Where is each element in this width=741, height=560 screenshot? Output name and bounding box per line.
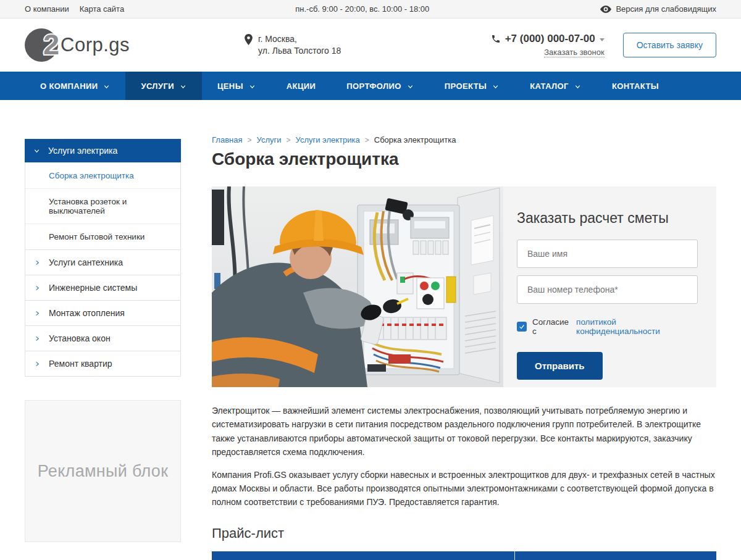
form-title: Заказать расчет сметы <box>517 210 698 227</box>
nav-item-label: ЦЕНЫ <box>217 81 243 91</box>
accessibility-label: Версия для слабовидящих <box>616 4 716 14</box>
consent-text: Согласие с <box>532 317 574 336</box>
sidebar-category[interactable]: Услуги сантехника <box>25 249 181 275</box>
page-title: Сборка электрощитка <box>212 149 716 169</box>
chevron-right-icon <box>34 259 41 266</box>
consent-row: Согласие с политикой конфиденциальности <box>517 317 698 336</box>
leave-request-button[interactable]: Оставить заявку <box>623 33 716 57</box>
chevron-right-icon <box>34 285 41 291</box>
header-address: г. Москва, ул. Льва Толстого 18 <box>245 33 341 57</box>
breadcrumb-link[interactable]: Услуги <box>257 135 282 144</box>
main-nav: О КОМПАНИИ УСЛУГИ ЦЕНЫ АКЦИИ ПОРТФОЛИО <box>0 72 741 100</box>
chevron-down-icon <box>249 83 256 90</box>
phone-number[interactable]: +7 (000) 000-07-00 <box>491 33 605 45</box>
site-logo[interactable]: 2 Corp.gs <box>25 28 130 62</box>
main-content: Главная > Услуги > Услуги электрика > Сб… <box>212 135 716 560</box>
price-table-header-cost: СТОИМОСТЬ, РУБ. <box>514 551 716 560</box>
privacy-policy-link[interactable]: политикой конфиденциальности <box>576 317 698 336</box>
sidebar-category-label: Услуги сантехника <box>49 257 123 267</box>
chevron-down-icon <box>574 83 581 90</box>
sidebar-category[interactable]: Ремонт квартир <box>25 351 181 377</box>
logo-digit: 2 <box>43 26 59 63</box>
chevron-down-icon <box>407 83 414 90</box>
sidebar-item-uslugi-elektrika[interactable]: Услуги электрика <box>25 139 181 162</box>
article-paragraph: Компания Profi.GS оказывает услугу сборк… <box>212 468 716 509</box>
logo-text: Corp.gs <box>61 34 130 56</box>
nav-item-label: О КОМПАНИИ <box>40 81 98 91</box>
address-line-2: ул. Льва Толстого 18 <box>258 45 341 57</box>
breadcrumb-link[interactable]: Главная <box>212 135 242 144</box>
chevron-down-icon <box>103 83 110 90</box>
sidebar-category[interactable]: Монтаж отопления <box>25 300 181 326</box>
chevron-right-icon <box>34 310 41 317</box>
breadcrumb-link[interactable]: Сборка электрощитка <box>374 135 456 144</box>
sidebar: Услуги электрика Сборка электрощитка Уст… <box>25 139 181 542</box>
estimate-form: Заказать расчет сметы Согласие с политик… <box>503 186 716 387</box>
nav-item[interactable]: ЦЕНЫ <box>202 72 271 100</box>
chevron-right-icon <box>34 335 41 342</box>
nav-item[interactable]: АКЦИИ <box>271 72 332 100</box>
article-paragraph: Электрощиток — важнейший элемент системы… <box>212 404 716 459</box>
callback-link[interactable]: Заказать звонок <box>544 48 604 57</box>
nav-item[interactable]: КАТАЛОГ <box>514 72 597 100</box>
nav-item[interactable]: КОНТАКТЫ <box>597 72 674 100</box>
topbar-link-about[interactable]: О компании <box>25 4 69 14</box>
name-input[interactable] <box>517 240 698 268</box>
nav-item-label: КАТАЛОГ <box>530 81 569 91</box>
phone-dropdown-caret[interactable] <box>600 38 605 41</box>
submit-button[interactable]: Отправить <box>517 352 603 380</box>
sidebar-active-label: Услуги электрика <box>48 146 117 156</box>
check-icon <box>519 324 525 330</box>
sidebar-subitem[interactable]: Установка розеток и выключателей <box>25 188 180 224</box>
sidebar-category-label: Инженерные системы <box>49 283 137 293</box>
accessibility-version-link[interactable]: Версия для слабовидящих <box>600 4 716 14</box>
sidebar-category-label: Установка окон <box>49 333 111 343</box>
breadcrumb-separator: > <box>286 136 290 144</box>
nav-item-label: ПОРТФОЛИО <box>346 81 401 91</box>
breadcrumb: Главная > Услуги > Услуги электрика > Сб… <box>212 135 716 144</box>
breadcrumb-link[interactable]: Услуги электрика <box>296 135 360 144</box>
breadcrumb-separator: > <box>247 136 251 144</box>
sidebar-category[interactable]: Инженерные системы <box>25 275 181 301</box>
phone-input[interactable] <box>517 275 698 304</box>
phone-icon <box>491 34 501 44</box>
site-header: 2 Corp.gs г. Москва, ул. Льва Толстого 1… <box>0 19 741 72</box>
eye-icon <box>600 6 611 13</box>
nav-item-label: КОНТАКТЫ <box>612 81 659 91</box>
topbar-link-sitemap[interactable]: Карта сайта <box>80 4 124 14</box>
nav-item[interactable]: ПРОЕКТЫ <box>429 72 514 100</box>
sidebar-category[interactable]: Установка окон <box>25 325 181 351</box>
nav-item-label: УСЛУГИ <box>141 81 174 91</box>
price-list-title: Прайс-лист <box>212 525 716 541</box>
breadcrumb-separator: > <box>365 136 369 144</box>
chevron-right-icon <box>34 361 41 367</box>
nav-item[interactable]: О КОМПАНИИ <box>25 72 125 100</box>
address-line-1: г. Москва, <box>258 33 341 45</box>
sidebar-subitem[interactable]: Сборка электрощитка <box>25 162 180 188</box>
map-pin-icon <box>245 34 253 45</box>
working-hours: пн.-сб. 9:00 - 20:00, вс. 10:00 - 18:00 <box>124 4 600 14</box>
top-bar: О компании Карта сайта пн.-сб. 9:00 - 20… <box>0 0 741 19</box>
consent-checkbox[interactable] <box>517 322 527 332</box>
hero-block: Заказать расчет сметы Согласие с политик… <box>212 186 716 387</box>
chevron-down-icon <box>180 83 186 90</box>
nav-item-label: АКЦИИ <box>287 81 316 91</box>
chevron-down-icon <box>33 148 40 154</box>
article-text: Электрощиток — важнейший элемент системы… <box>212 404 716 509</box>
sidebar-category-label: Монтаж отопления <box>49 308 125 318</box>
price-table-header-name: НАИМЕНОВАНИЕ РАБОТ <box>212 551 515 560</box>
price-table: НАИМЕНОВАНИЕ РАБОТ СТОИМОСТЬ, РУБ. Наиме… <box>212 551 716 560</box>
nav-item-label: ПРОЕКТЫ <box>445 81 487 91</box>
hero-photo <box>212 186 503 387</box>
nav-item[interactable]: УСЛУГИ <box>125 72 201 100</box>
sidebar-category-label: Ремонт квартир <box>49 359 112 369</box>
chevron-down-icon <box>492 83 499 90</box>
nav-item[interactable]: ПОРТФОЛИО <box>331 72 429 100</box>
ad-placeholder: Рекламный блок <box>25 400 181 542</box>
sidebar-subitem[interactable]: Ремонт бытовой техники <box>25 224 180 249</box>
